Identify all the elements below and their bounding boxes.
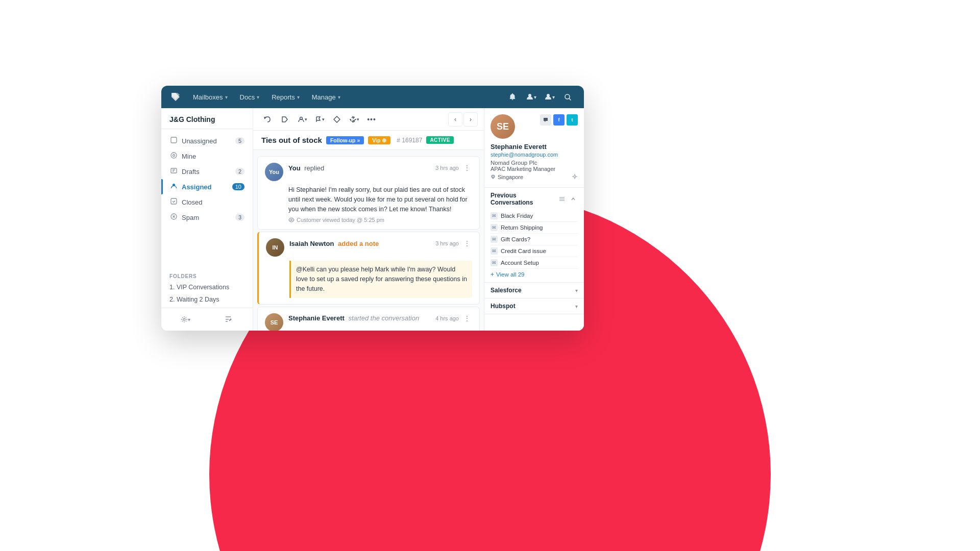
drafts-icon bbox=[169, 167, 178, 176]
message-item: You You replied 3 hrs ago ⋮ bbox=[257, 156, 480, 230]
svg-point-14 bbox=[492, 176, 494, 178]
viewed-text: Customer viewed today @ 5:25 pm bbox=[297, 217, 384, 223]
prev-convs-header: Previous Conversations bbox=[491, 192, 578, 206]
message-body: Hi Stephanie! I'm really sorry, but our … bbox=[265, 185, 472, 214]
email-icon: ✉ bbox=[491, 224, 498, 231]
chevron-down-icon: ▾ bbox=[257, 94, 259, 100]
prev-conv-item[interactable]: ✉ Black Friday bbox=[491, 210, 578, 222]
notifications-button[interactable] bbox=[504, 89, 521, 105]
top-nav: Mailboxes ▾ Docs ▾ Reports ▾ Manage ▾ ▾ bbox=[161, 86, 584, 108]
nav-docs[interactable]: Docs ▾ bbox=[235, 91, 265, 103]
sidebar-item-spam[interactable]: Spam 3 bbox=[161, 210, 253, 225]
next-conversation-button[interactable]: › bbox=[463, 112, 478, 127]
sidebar-item-closed[interactable]: Closed bbox=[161, 194, 253, 210]
message-meta: You replied 3 hrs ago ⋮ bbox=[288, 163, 472, 173]
messages-list: You You replied 3 hrs ago ⋮ bbox=[253, 150, 484, 331]
email-icon: ✉ bbox=[491, 212, 498, 219]
contact-company: Nomad Group Plc bbox=[491, 160, 578, 166]
avatar: SE bbox=[265, 313, 283, 331]
assign-button[interactable]: ▾ bbox=[294, 111, 310, 128]
message-viewed: Customer viewed today @ 5:25 pm bbox=[265, 217, 472, 223]
app-window: Mailboxes ▾ Docs ▾ Reports ▾ Manage ▾ ▾ bbox=[161, 86, 584, 331]
hubspot-header[interactable]: Hubspot ▾ bbox=[491, 303, 578, 310]
svg-line-3 bbox=[569, 98, 571, 101]
chevron-down-icon: ▾ bbox=[338, 94, 340, 100]
sidebar-item-assigned[interactable]: Assigned 10 bbox=[161, 179, 253, 194]
prev-conv-item[interactable]: ✉ Return Shipping bbox=[491, 222, 578, 234]
salesforce-section: Salesforce ▾ bbox=[484, 283, 584, 298]
prev-conversation-button[interactable]: ‹ bbox=[448, 112, 462, 127]
svg-point-15 bbox=[574, 176, 576, 178]
avatar-button[interactable]: ▾ bbox=[541, 89, 557, 105]
contact-avatar-row: SE f t bbox=[491, 114, 578, 139]
sidebar-compose-button[interactable] bbox=[208, 312, 249, 327]
email-icon: ✉ bbox=[491, 247, 498, 255]
nav-reports[interactable]: Reports ▾ bbox=[266, 91, 305, 103]
message-more-button[interactable]: ⋮ bbox=[462, 313, 472, 323]
sidebar-settings-button[interactable]: ▾ bbox=[165, 312, 206, 327]
social-facebook-button[interactable]: f bbox=[553, 114, 565, 126]
assigned-count: 10 bbox=[232, 183, 244, 190]
contact-avatar-image: SE bbox=[491, 114, 515, 139]
svg-point-2 bbox=[565, 94, 570, 99]
salesforce-header[interactable]: Salesforce ▾ bbox=[491, 287, 578, 294]
prev-conv-item[interactable]: ✉ Gift Cards? bbox=[491, 234, 578, 245]
contact-email[interactable]: stephie@nomadgroup.com bbox=[491, 152, 578, 158]
message-time-row: 4 hrs ago ⋮ bbox=[435, 313, 472, 323]
folder-vip-conversations[interactable]: 1. VIP Conversations bbox=[169, 281, 244, 293]
conversation-area: ▾ ▾ ▾ bbox=[253, 108, 484, 331]
svg-point-11 bbox=[183, 318, 185, 320]
chevron-down-icon: ▾ bbox=[575, 304, 578, 309]
email-icon: ✉ bbox=[491, 259, 498, 266]
conversation-subject: Ties out of stock bbox=[261, 136, 322, 144]
folders-label: FOLDERS bbox=[169, 273, 244, 279]
social-twitter-button[interactable]: t bbox=[567, 114, 578, 126]
previous-conversations: Previous Conversations bbox=[484, 188, 584, 283]
flag-button[interactable]: ▾ bbox=[311, 111, 328, 128]
prev-convs-icons bbox=[557, 194, 578, 204]
vip-tag[interactable]: Vip ⊕ bbox=[368, 136, 390, 144]
chevron-down-icon: ▾ bbox=[575, 288, 578, 293]
nav-mailboxes[interactable]: Mailboxes ▾ bbox=[188, 91, 233, 103]
label-button[interactable] bbox=[277, 111, 293, 128]
message-time: 3 hrs ago bbox=[435, 240, 459, 246]
closed-icon bbox=[169, 198, 178, 206]
collapse-button[interactable] bbox=[569, 194, 578, 204]
sidebar-item-drafts[interactable]: Drafts 2 bbox=[161, 164, 253, 179]
action-button[interactable]: ▾ bbox=[346, 111, 362, 128]
tag-button[interactable] bbox=[329, 111, 345, 128]
contact-avatar: SE bbox=[491, 114, 515, 139]
sidebar-nav: Unassigned 5 Mine bbox=[161, 129, 253, 269]
chevron-down-icon: ▾ bbox=[297, 94, 300, 100]
message-item: SE Stephanie Everett started the convers… bbox=[257, 307, 480, 331]
prev-conv-item[interactable]: ✉ Account Setup bbox=[491, 257, 578, 269]
view-all-link[interactable]: + View all 29 bbox=[491, 271, 578, 278]
conversation-id: # 169187 bbox=[397, 137, 422, 144]
nav-manage[interactable]: Manage ▾ bbox=[307, 91, 346, 103]
sidebar-item-unassigned[interactable]: Unassigned 5 bbox=[161, 133, 253, 148]
contact-header: SE f t Stephanie Everett stephie@nomadgr… bbox=[484, 108, 584, 188]
message-time: 3 hrs ago bbox=[435, 165, 459, 171]
more-button[interactable]: ••• bbox=[363, 111, 380, 128]
message-more-button[interactable]: ⋮ bbox=[462, 238, 472, 248]
svg-point-5 bbox=[171, 153, 177, 158]
prev-conv-credit-card[interactable]: ✉ Credit Card issue bbox=[491, 245, 578, 257]
sidebar-item-mine[interactable]: Mine bbox=[161, 148, 253, 164]
contact-settings-button[interactable] bbox=[572, 173, 578, 181]
avatar: You bbox=[265, 163, 283, 181]
message-time-row: 3 hrs ago ⋮ bbox=[435, 163, 472, 173]
social-chat-button[interactable] bbox=[540, 114, 551, 126]
contact-location: Singapore bbox=[491, 173, 578, 181]
list-view-button[interactable] bbox=[557, 194, 567, 204]
folder-waiting-2-days[interactable]: 2. Waiting 2 Days bbox=[169, 293, 244, 306]
drafts-count: 2 bbox=[235, 168, 244, 175]
message-more-button[interactable]: ⋮ bbox=[462, 163, 472, 173]
undo-button[interactable] bbox=[259, 111, 276, 128]
search-button[interactable] bbox=[559, 89, 576, 105]
user-settings-button[interactable]: ▾ bbox=[523, 89, 539, 105]
followup-tag[interactable]: Follow-up » bbox=[326, 136, 364, 144]
svg-point-13 bbox=[291, 219, 292, 221]
message-header: IN Isaiah Newton added a note 3 hrs ago … bbox=[266, 238, 472, 257]
message-time: 4 hrs ago bbox=[435, 315, 459, 321]
hubspot-title: Hubspot bbox=[491, 303, 516, 310]
